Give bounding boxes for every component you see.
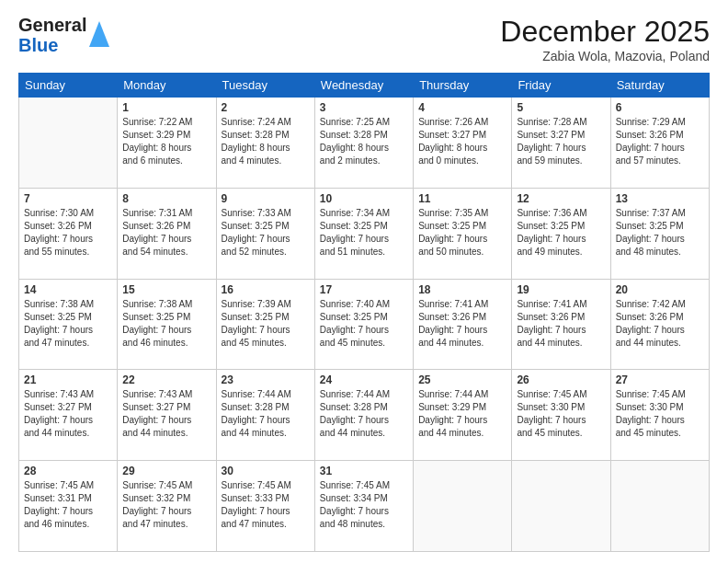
day-number: 8 bbox=[122, 192, 210, 205]
day-info: Sunrise: 7:29 AM Sunset: 3:26 PM Dayligh… bbox=[616, 116, 704, 167]
day-number: 1 bbox=[122, 101, 210, 114]
day-number: 21 bbox=[24, 373, 112, 386]
week-row-1: 1Sunrise: 7:22 AM Sunset: 3:29 PM Daylig… bbox=[19, 98, 710, 189]
week-row-3: 14Sunrise: 7:38 AM Sunset: 3:25 PM Dayli… bbox=[19, 279, 710, 370]
calendar-cell: 31Sunrise: 7:45 AM Sunset: 3:34 PM Dayli… bbox=[314, 461, 413, 552]
page: General Blue December 2025 Zabia Wola, M… bbox=[0, 0, 728, 563]
col-friday: Friday bbox=[512, 74, 610, 98]
calendar-cell bbox=[414, 461, 512, 552]
logo-general: General bbox=[18, 15, 86, 35]
calendar-cell: 9Sunrise: 7:33 AM Sunset: 3:25 PM Daylig… bbox=[216, 188, 314, 279]
calendar-cell: 1Sunrise: 7:22 AM Sunset: 3:29 PM Daylig… bbox=[118, 98, 216, 189]
day-number: 2 bbox=[222, 101, 310, 114]
logo-icon bbox=[89, 21, 109, 47]
day-info: Sunrise: 7:31 AM Sunset: 3:26 PM Dayligh… bbox=[122, 207, 210, 259]
day-info: Sunrise: 7:36 AM Sunset: 3:25 PM Dayligh… bbox=[517, 207, 605, 259]
day-number: 26 bbox=[517, 373, 605, 386]
day-number: 11 bbox=[418, 192, 506, 205]
day-number: 17 bbox=[320, 283, 408, 296]
day-info: Sunrise: 7:41 AM Sunset: 3:26 PM Dayligh… bbox=[418, 298, 506, 350]
day-number: 22 bbox=[122, 373, 210, 386]
calendar-cell: 7Sunrise: 7:30 AM Sunset: 3:26 PM Daylig… bbox=[19, 188, 118, 279]
week-row-2: 7Sunrise: 7:30 AM Sunset: 3:26 PM Daylig… bbox=[19, 188, 710, 279]
calendar-cell: 23Sunrise: 7:44 AM Sunset: 3:28 PM Dayli… bbox=[216, 370, 314, 461]
day-info: Sunrise: 7:39 AM Sunset: 3:25 PM Dayligh… bbox=[222, 298, 310, 350]
location: Zabia Wola, Mazovia, Poland bbox=[500, 49, 710, 63]
day-number: 28 bbox=[24, 465, 112, 477]
day-info: Sunrise: 7:33 AM Sunset: 3:25 PM Dayligh… bbox=[222, 207, 310, 259]
day-info: Sunrise: 7:45 AM Sunset: 3:32 PM Dayligh… bbox=[122, 479, 210, 531]
calendar-cell: 27Sunrise: 7:45 AM Sunset: 3:30 PM Dayli… bbox=[610, 370, 709, 461]
calendar-cell: 18Sunrise: 7:41 AM Sunset: 3:26 PM Dayli… bbox=[414, 279, 512, 370]
day-number: 4 bbox=[418, 101, 506, 114]
day-number: 5 bbox=[517, 101, 605, 114]
svg-marker-0 bbox=[89, 21, 109, 47]
day-info: Sunrise: 7:38 AM Sunset: 3:25 PM Dayligh… bbox=[122, 298, 210, 350]
col-thursday: Thursday bbox=[414, 74, 512, 98]
day-number: 14 bbox=[24, 283, 112, 296]
day-info: Sunrise: 7:26 AM Sunset: 3:27 PM Dayligh… bbox=[418, 116, 506, 167]
day-number: 20 bbox=[616, 283, 704, 296]
calendar-cell bbox=[19, 98, 118, 189]
day-number: 15 bbox=[122, 283, 210, 296]
col-saturday: Saturday bbox=[610, 74, 709, 98]
day-info: Sunrise: 7:42 AM Sunset: 3:26 PM Dayligh… bbox=[616, 298, 704, 350]
calendar-table: Sunday Monday Tuesday Wednesday Thursday… bbox=[18, 73, 710, 552]
calendar-cell: 28Sunrise: 7:45 AM Sunset: 3:31 PM Dayli… bbox=[19, 461, 118, 552]
logo-text: General Blue bbox=[18, 15, 86, 55]
day-info: Sunrise: 7:34 AM Sunset: 3:25 PM Dayligh… bbox=[320, 207, 408, 259]
day-number: 27 bbox=[616, 373, 704, 386]
day-info: Sunrise: 7:25 AM Sunset: 3:28 PM Dayligh… bbox=[320, 116, 408, 167]
day-info: Sunrise: 7:45 AM Sunset: 3:31 PM Dayligh… bbox=[24, 479, 112, 531]
day-number: 9 bbox=[222, 192, 310, 205]
day-info: Sunrise: 7:44 AM Sunset: 3:28 PM Dayligh… bbox=[320, 388, 408, 440]
calendar-cell: 30Sunrise: 7:45 AM Sunset: 3:33 PM Dayli… bbox=[216, 461, 314, 552]
calendar-cell: 19Sunrise: 7:41 AM Sunset: 3:26 PM Dayli… bbox=[512, 279, 610, 370]
day-number: 18 bbox=[418, 283, 506, 296]
calendar-cell: 5Sunrise: 7:28 AM Sunset: 3:27 PM Daylig… bbox=[512, 98, 610, 189]
day-info: Sunrise: 7:30 AM Sunset: 3:26 PM Dayligh… bbox=[24, 207, 112, 259]
day-number: 13 bbox=[616, 192, 704, 205]
calendar-cell: 29Sunrise: 7:45 AM Sunset: 3:32 PM Dayli… bbox=[118, 461, 216, 552]
calendar-cell: 17Sunrise: 7:40 AM Sunset: 3:25 PM Dayli… bbox=[314, 279, 413, 370]
month-title: December 2025 bbox=[500, 15, 710, 49]
calendar-cell: 25Sunrise: 7:44 AM Sunset: 3:29 PM Dayli… bbox=[414, 370, 512, 461]
col-wednesday: Wednesday bbox=[314, 74, 413, 98]
day-info: Sunrise: 7:22 AM Sunset: 3:29 PM Dayligh… bbox=[122, 116, 210, 167]
day-number: 30 bbox=[222, 465, 310, 477]
calendar-cell: 10Sunrise: 7:34 AM Sunset: 3:25 PM Dayli… bbox=[314, 188, 413, 279]
week-row-4: 21Sunrise: 7:43 AM Sunset: 3:27 PM Dayli… bbox=[19, 370, 710, 461]
col-tuesday: Tuesday bbox=[216, 74, 314, 98]
day-info: Sunrise: 7:28 AM Sunset: 3:27 PM Dayligh… bbox=[517, 116, 605, 167]
calendar-cell: 15Sunrise: 7:38 AM Sunset: 3:25 PM Dayli… bbox=[118, 279, 216, 370]
day-info: Sunrise: 7:43 AM Sunset: 3:27 PM Dayligh… bbox=[122, 388, 210, 440]
logo-blue: Blue bbox=[18, 35, 58, 55]
calendar-cell: 13Sunrise: 7:37 AM Sunset: 3:25 PM Dayli… bbox=[610, 188, 709, 279]
day-info: Sunrise: 7:35 AM Sunset: 3:25 PM Dayligh… bbox=[418, 207, 506, 259]
day-number: 12 bbox=[517, 192, 605, 205]
day-number: 6 bbox=[616, 101, 704, 114]
day-info: Sunrise: 7:44 AM Sunset: 3:28 PM Dayligh… bbox=[222, 388, 310, 440]
calendar-cell: 3Sunrise: 7:25 AM Sunset: 3:28 PM Daylig… bbox=[314, 98, 413, 189]
calendar-cell: 11Sunrise: 7:35 AM Sunset: 3:25 PM Dayli… bbox=[414, 188, 512, 279]
calendar-cell: 6Sunrise: 7:29 AM Sunset: 3:26 PM Daylig… bbox=[610, 98, 709, 189]
calendar-cell: 26Sunrise: 7:45 AM Sunset: 3:30 PM Dayli… bbox=[512, 370, 610, 461]
day-number: 3 bbox=[320, 101, 408, 114]
day-number: 31 bbox=[320, 465, 408, 477]
day-info: Sunrise: 7:44 AM Sunset: 3:29 PM Dayligh… bbox=[418, 388, 506, 440]
calendar-cell: 20Sunrise: 7:42 AM Sunset: 3:26 PM Dayli… bbox=[610, 279, 709, 370]
calendar-cell: 12Sunrise: 7:36 AM Sunset: 3:25 PM Dayli… bbox=[512, 188, 610, 279]
calendar-cell: 2Sunrise: 7:24 AM Sunset: 3:28 PM Daylig… bbox=[216, 98, 314, 189]
day-info: Sunrise: 7:41 AM Sunset: 3:26 PM Dayligh… bbox=[517, 298, 605, 350]
header: General Blue December 2025 Zabia Wola, M… bbox=[18, 15, 710, 63]
col-monday: Monday bbox=[118, 74, 216, 98]
day-number: 19 bbox=[517, 283, 605, 296]
day-info: Sunrise: 7:45 AM Sunset: 3:33 PM Dayligh… bbox=[222, 479, 310, 531]
col-sunday: Sunday bbox=[19, 74, 118, 98]
day-info: Sunrise: 7:45 AM Sunset: 3:30 PM Dayligh… bbox=[517, 388, 605, 440]
day-number: 10 bbox=[320, 192, 408, 205]
day-number: 25 bbox=[418, 373, 506, 386]
day-info: Sunrise: 7:24 AM Sunset: 3:28 PM Dayligh… bbox=[222, 116, 310, 167]
day-number: 16 bbox=[222, 283, 310, 296]
calendar-cell: 14Sunrise: 7:38 AM Sunset: 3:25 PM Dayli… bbox=[19, 279, 118, 370]
